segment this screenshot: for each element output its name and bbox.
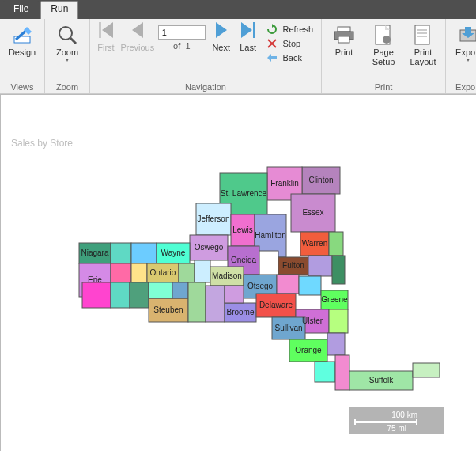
- county-unnamed[interactable]: [195, 260, 210, 282]
- county-unnamed[interactable]: [179, 263, 195, 282]
- county-unnamed[interactable]: [82, 282, 111, 308]
- stop-label: Stop: [282, 39, 300, 48]
- county-warren[interactable]: [300, 232, 329, 256]
- export-icon: [457, 24, 476, 46]
- county-suffolk[interactable]: [349, 371, 413, 390]
- page-setup-button[interactable]: PageSetup: [366, 22, 401, 66]
- print-group: Print PageSetup PrintLayout Print: [322, 19, 446, 93]
- county-unnamed[interactable]: [131, 243, 157, 263]
- last-page-button[interactable]: Last: [237, 22, 259, 52]
- nav-actions: Refresh Stop Back: [263, 22, 316, 63]
- navigation-group-label: Navigation: [95, 81, 316, 92]
- county-unnamed[interactable]: [130, 282, 149, 308]
- printer-icon: [333, 24, 355, 46]
- page-of-label: of 1: [173, 41, 190, 51]
- county-unnamed[interactable]: [327, 333, 345, 355]
- export-group: Export ▾ Export: [446, 19, 476, 93]
- county-niagara[interactable]: [79, 243, 111, 263]
- county-oswego[interactable]: [190, 235, 228, 260]
- county-orange[interactable]: [289, 339, 327, 362]
- county-unnamed[interactable]: [149, 282, 172, 298]
- county-greene[interactable]: [321, 290, 348, 309]
- refresh-icon: [266, 24, 278, 35]
- print-button[interactable]: Print: [327, 22, 361, 57]
- last-label: Last: [240, 43, 256, 52]
- county-unnamed[interactable]: [299, 276, 321, 295]
- print-layout-button[interactable]: PrintLayout: [406, 22, 440, 66]
- county-unnamed[interactable]: [188, 282, 206, 322]
- county-unnamed[interactable]: [131, 263, 147, 282]
- county-ontario[interactable]: [147, 263, 179, 282]
- county-unnamed[interactable]: [332, 256, 345, 284]
- county-unnamed[interactable]: [111, 243, 131, 263]
- map-scale-bar: 100 km 75 mi: [349, 407, 444, 434]
- page-number-input[interactable]: [158, 25, 206, 40]
- print-layout-label: PrintLayout: [410, 47, 436, 66]
- ny-state-map[interactable]: ClintonFranklinSt. LawrenceEssexJefferso…: [71, 150, 451, 411]
- tab-bar: File Run: [0, 0, 476, 19]
- page-box: of 1: [158, 22, 206, 51]
- refresh-button[interactable]: Refresh: [266, 24, 313, 35]
- chevron-down-icon: ▾: [467, 57, 470, 63]
- page-setup-label: PageSetup: [372, 47, 395, 66]
- county-unnamed[interactable]: [172, 282, 188, 298]
- design-label: Design: [9, 47, 36, 57]
- county-fulton[interactable]: [278, 257, 308, 275]
- scale-km-label: 100 km: [354, 411, 417, 419]
- previous-label: Previous: [120, 43, 154, 52]
- svg-rect-5: [338, 27, 350, 32]
- county-delaware[interactable]: [256, 294, 296, 317]
- county-wayne[interactable]: [157, 243, 190, 263]
- magnifier-icon: [56, 24, 78, 46]
- app-window: { "tabs": { "file": "File", "run": "Run"…: [0, 0, 476, 451]
- county-unnamed[interactable]: [329, 309, 348, 333]
- stop-icon: [266, 38, 278, 49]
- svg-point-9: [383, 36, 391, 44]
- report-canvas[interactable]: Sales by Store ClintonFranklinSt. Lawren…: [0, 94, 476, 451]
- county-essex[interactable]: [291, 194, 335, 232]
- county-madison[interactable]: [210, 267, 244, 286]
- zoom-group-label: Zoom: [50, 81, 85, 92]
- back-label: Back: [282, 53, 301, 63]
- back-button[interactable]: Back: [266, 52, 313, 63]
- print-group-label: Print: [327, 81, 440, 92]
- ribbon: Design Views Zoom ▾ Zoom: [0, 19, 476, 94]
- county-unnamed[interactable]: [315, 362, 335, 382]
- county-unnamed[interactable]: [206, 286, 225, 322]
- file-tab[interactable]: File: [3, 1, 39, 19]
- county-unnamed[interactable]: [259, 251, 278, 278]
- county-unnamed[interactable]: [111, 282, 130, 308]
- county-sullivan[interactable]: [272, 317, 305, 339]
- county-unnamed[interactable]: [308, 256, 332, 276]
- county-unnamed[interactable]: [329, 232, 343, 256]
- scale-mi-label: 75 mi: [354, 424, 406, 433]
- export-group-label: Export: [451, 81, 476, 92]
- county-jefferson[interactable]: [196, 203, 231, 235]
- next-page-button[interactable]: Next: [210, 22, 232, 52]
- views-group: Design Views: [0, 19, 45, 93]
- first-label: First: [97, 43, 114, 52]
- refresh-label: Refresh: [282, 25, 313, 34]
- county-unnamed[interactable]: [111, 263, 131, 282]
- views-group-label: Views: [5, 81, 40, 92]
- county-unnamed[interactable]: [335, 355, 349, 390]
- export-button[interactable]: Export ▾: [451, 22, 476, 63]
- county-broome[interactable]: [225, 303, 256, 322]
- previous-page-button[interactable]: Previous: [122, 22, 153, 52]
- stop-button[interactable]: Stop: [266, 38, 313, 49]
- county-unnamed[interactable]: [413, 363, 440, 377]
- run-tab[interactable]: Run: [40, 1, 78, 19]
- next-label: Next: [212, 43, 230, 52]
- design-button[interactable]: Design: [5, 22, 40, 57]
- county-lewis[interactable]: [231, 214, 255, 246]
- county-steuben[interactable]: [149, 298, 188, 322]
- print-label: Print: [335, 47, 353, 57]
- county-unnamed[interactable]: [277, 275, 299, 294]
- county-unnamed[interactable]: [225, 286, 244, 303]
- design-icon: [11, 24, 33, 46]
- county-clinton[interactable]: [302, 167, 340, 194]
- zoom-button[interactable]: Zoom ▾: [50, 22, 85, 63]
- first-page-button[interactable]: First: [95, 22, 117, 52]
- back-icon: [266, 52, 278, 63]
- svg-point-1: [59, 27, 72, 40]
